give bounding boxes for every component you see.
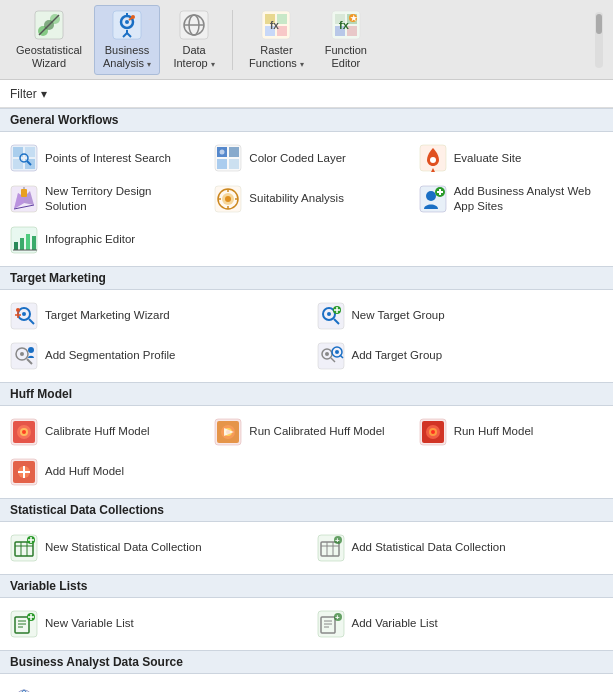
target-wizard-icon	[10, 302, 38, 330]
svg-text:fx: fx	[339, 19, 350, 31]
toolbar: GeostatisticalWizard BusinessAnalysis ▾	[0, 0, 613, 80]
data-interop-icon	[178, 9, 210, 41]
item-suitability[interactable]: Suitability Analysis	[204, 178, 408, 220]
svg-point-104	[22, 430, 26, 434]
run-calibrated-huff-icon	[214, 418, 242, 446]
svg-rect-44	[217, 159, 227, 169]
item-calibrate-huff[interactable]: Calibrate Huff Model	[0, 412, 204, 452]
run-calibrated-huff-label: Run Calibrated Huff Model	[249, 424, 384, 439]
item-new-statistical[interactable]: New Statistical Data Collection	[0, 528, 307, 568]
svg-rect-72	[32, 236, 36, 250]
item-infographic-editor[interactable]: Infographic Editor	[0, 220, 204, 260]
new-statistical-icon	[10, 534, 38, 562]
new-variable-icon	[10, 610, 38, 638]
section-target-marketing: Target Marketing	[0, 266, 613, 290]
business-analysis-icon	[111, 9, 143, 41]
item-new-target-group[interactable]: New Target Group	[307, 296, 614, 336]
toolbar-business-analysis[interactable]: BusinessAnalysis ▾	[94, 5, 160, 75]
item-target-marketing-wizard[interactable]: Target Marketing Wizard	[0, 296, 307, 336]
item-run-calibrated-huff[interactable]: Run Calibrated Huff Model	[204, 412, 408, 452]
add-variable-label: Add Variable List	[352, 616, 438, 631]
svg-rect-69	[14, 242, 18, 250]
section-statistical-data: Statistical Data Collections	[0, 498, 613, 522]
item-add-huff[interactable]: Add Huff Model	[0, 452, 204, 492]
calibrate-huff-icon	[10, 418, 38, 446]
filter-label: Filter	[10, 87, 37, 101]
svg-point-64	[426, 191, 436, 201]
item-run-huff[interactable]: Run Huff Model	[409, 412, 613, 452]
toolbar-scroll	[593, 10, 605, 70]
item-add-target-group[interactable]: Add Target Group	[307, 336, 614, 376]
add-variable-icon: +	[317, 610, 345, 638]
data-source-item: United States (Esri)	[10, 680, 603, 692]
function-editor-label: FunctionEditor	[325, 44, 367, 70]
infographic-icon	[10, 226, 38, 254]
svg-text:+: +	[335, 613, 340, 622]
toolbar-function-editor[interactable]: fx ★ FunctionEditor	[316, 5, 376, 75]
toolbar-data-interop[interactable]: DataInterop ▾	[164, 5, 224, 75]
svg-rect-43	[229, 147, 239, 157]
svg-point-58	[225, 196, 231, 202]
svg-point-95	[325, 352, 329, 356]
add-ba-icon	[419, 185, 447, 213]
svg-rect-70	[20, 238, 24, 250]
item-add-segmentation-profile[interactable]: Add Segmentation Profile	[0, 336, 307, 376]
svg-point-13	[131, 15, 135, 19]
section-huff-model: Huff Model	[0, 382, 613, 406]
item-points-of-interest[interactable]: Points of Interest Search	[0, 138, 204, 178]
svg-point-115	[431, 430, 435, 434]
segmentation-icon	[10, 342, 38, 370]
new-target-icon	[317, 302, 345, 330]
run-huff-label: Run Huff Model	[454, 424, 534, 439]
section-data-source: Business Analyst Data Source	[0, 650, 613, 674]
territory-label: New Territory Design Solution	[45, 184, 194, 214]
svg-text:★: ★	[350, 14, 358, 23]
poi-label: Points of Interest Search	[45, 151, 171, 166]
segmentation-label: Add Segmentation Profile	[45, 348, 175, 363]
add-huff-icon	[10, 458, 38, 486]
toolbar-geostatistical[interactable]: GeostatisticalWizard	[8, 5, 90, 75]
data-interop-label: DataInterop ▾	[173, 44, 214, 70]
color-coded-icon	[214, 144, 242, 172]
toolbar-divider-1	[232, 10, 233, 70]
run-huff-icon	[419, 418, 447, 446]
evaluate-site-icon	[419, 144, 447, 172]
item-new-territory[interactable]: New Territory Design Solution	[0, 178, 204, 220]
new-target-label: New Target Group	[352, 308, 445, 323]
calibrate-huff-label: Calibrate Huff Model	[45, 424, 150, 439]
geostatistical-icon	[33, 9, 65, 41]
item-evaluate-site[interactable]: Evaluate Site	[409, 138, 613, 178]
huff-model-grid: Calibrate Huff Model Run Calibrated Huff…	[0, 406, 613, 498]
add-huff-label: Add Huff Model	[45, 464, 124, 479]
add-target-label: Add Target Group	[352, 348, 443, 363]
svg-point-92	[28, 347, 34, 353]
target-wizard-label: Target Marketing Wizard	[45, 308, 170, 323]
item-new-variable[interactable]: New Variable List	[0, 604, 307, 644]
add-statistical-icon: +	[317, 534, 345, 562]
svg-point-78	[16, 308, 20, 312]
item-add-statistical[interactable]: + Add Statistical Data Collection	[307, 528, 614, 568]
new-statistical-label: New Statistical Data Collection	[45, 540, 202, 555]
section-variable-lists: Variable Lists	[0, 574, 613, 598]
poi-icon	[10, 144, 38, 172]
suitability-icon	[214, 185, 242, 213]
statistical-data-grid: New Statistical Data Collection + Add St…	[0, 522, 613, 574]
evaluate-site-label: Evaluate Site	[454, 151, 522, 166]
filter-chevron-icon[interactable]: ▾	[41, 87, 47, 101]
raster-functions-label: RasterFunctions ▾	[249, 44, 304, 70]
item-add-variable[interactable]: + Add Variable List	[307, 604, 614, 644]
svg-rect-33	[596, 14, 602, 34]
svg-rect-71	[26, 234, 30, 250]
item-color-coded-layer[interactable]: Color Coded Layer	[204, 138, 408, 178]
target-marketing-grid: Target Marketing Wizard New Target Group	[0, 290, 613, 382]
infographic-label: Infographic Editor	[45, 232, 135, 247]
item-add-business-analyst[interactable]: Add Business Analyst Web App Sites	[409, 178, 613, 220]
new-variable-label: New Variable List	[45, 616, 134, 631]
territory-icon	[10, 185, 38, 213]
svg-point-90	[20, 352, 24, 356]
variable-lists-grid: New Variable List + Add Variable List	[0, 598, 613, 650]
svg-point-46	[220, 150, 225, 155]
data-source-icon	[10, 684, 38, 692]
toolbar-raster-functions[interactable]: fx RasterFunctions ▾	[241, 5, 312, 75]
svg-point-98	[335, 350, 339, 354]
